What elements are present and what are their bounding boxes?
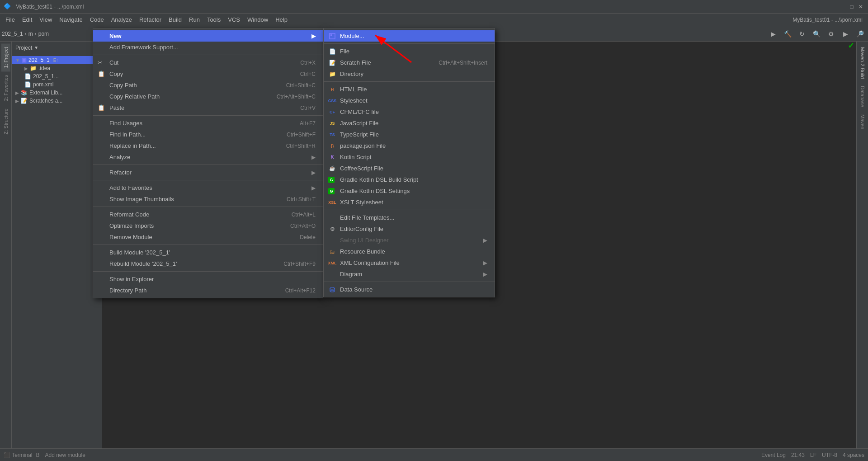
- sub-editorconfig[interactable]: ⚙ EditorConfig File: [324, 223, 495, 235]
- sub-module[interactable]: Module...: [324, 30, 495, 42]
- ctx-replace-in-path[interactable]: Replace in Path... Ctrl+Shift+R: [93, 140, 323, 151]
- menu-analyze[interactable]: Analyze: [108, 14, 136, 25]
- sub-directory[interactable]: 📁 Directory: [324, 68, 495, 80]
- sub-diagram[interactable]: Diagram ▶: [324, 268, 495, 280]
- ctx-copy[interactable]: 📋 Copy Ctrl+C: [93, 68, 323, 80]
- ctx-show-explorer[interactable]: Show in Explorer: [93, 273, 323, 285]
- editorconfig-icon: ⚙: [328, 225, 336, 233]
- tree-item-label: 202_5_1: [28, 57, 50, 63]
- encoding[interactable]: UTF-8: [822, 452, 837, 458]
- title-bar: 🔷 MyBatis_test01 - ...\pom.xml ─ □ ✕: [0, 0, 868, 14]
- ctx-separator-6: [93, 245, 323, 245]
- sub-coffeescript[interactable]: ☕ CoffeeScript File: [324, 163, 495, 174]
- build-button[interactable]: 🔨: [781, 28, 794, 40]
- chevron-down-icon[interactable]: ▼: [34, 45, 38, 50]
- tab-structure[interactable]: Z: Structure: [1, 105, 10, 138]
- ctx-add-favorites[interactable]: Add to Favorites ▶: [93, 182, 323, 193]
- sub-gradle-build[interactable]: G Gradle Kotlin DSL Build Script: [324, 174, 495, 185]
- menu-tools[interactable]: Tools: [203, 14, 224, 25]
- sub-xslt[interactable]: XSL XSLT Stylesheet: [324, 197, 495, 208]
- sub-package-json[interactable]: {} package.json File: [324, 140, 495, 151]
- sub-stylesheet[interactable]: CSS Stylesheet: [324, 95, 495, 106]
- magnify-button[interactable]: 🔎: [854, 28, 866, 40]
- run2-button[interactable]: ▶: [839, 28, 852, 40]
- ctx-directory-path[interactable]: Directory Path Ctrl+Alt+F12: [93, 285, 323, 296]
- tree-item-scratches[interactable]: ▶ 📝 Scratches a...: [12, 97, 102, 105]
- ctx-find-in-path[interactable]: Find in Path... Ctrl+Shift+F: [93, 129, 323, 140]
- indent[interactable]: 4 spaces: [843, 452, 864, 458]
- sub-xml-config[interactable]: XML XML Configuration File ▶: [324, 257, 495, 268]
- ctx-add-framework[interactable]: Add Framework Support...: [93, 42, 323, 53]
- ctx-analyze[interactable]: Analyze ▶: [93, 151, 323, 163]
- sub-scratch[interactable]: 📝 Scratch File Ctrl+Alt+Shift+Insert: [324, 57, 495, 68]
- cut-icon: ✂: [98, 59, 103, 66]
- menu-view[interactable]: View: [36, 14, 56, 25]
- sub-kotlin-script[interactable]: K Kotlin Script: [324, 151, 495, 163]
- tab-database[interactable]: Database: [858, 82, 867, 111]
- title-bar-controls[interactable]: ─ □ ✕: [839, 3, 864, 10]
- sub-gradle-settings[interactable]: G Gradle Kotlin DSL Settings: [324, 185, 495, 197]
- sub-typescript[interactable]: TS TypeScript File: [324, 129, 495, 140]
- ctx-reformat[interactable]: Reformat Code Ctrl+Alt+L: [93, 209, 323, 220]
- kotlin-icon: K: [328, 153, 336, 161]
- tree-item-external-libs[interactable]: ▶ 📚 External Lib...: [12, 89, 102, 97]
- event-log[interactable]: Event Log: [761, 452, 786, 458]
- ctx-copy-relative[interactable]: Copy Relative Path Ctrl+Alt+Shift+C: [93, 91, 323, 102]
- line-ending[interactable]: LF: [810, 452, 816, 458]
- ctx-show-thumbnails[interactable]: Show Image Thumbnails Ctrl+Shift+T: [93, 193, 323, 205]
- menu-file[interactable]: File: [2, 14, 19, 25]
- ctx-refactor[interactable]: Refactor ▶: [93, 167, 323, 178]
- maximize-button[interactable]: □: [848, 3, 855, 10]
- file-icon: 📄: [328, 47, 336, 56]
- menu-edit[interactable]: Edit: [19, 14, 36, 25]
- xml-arrow-icon: ▶: [483, 259, 487, 266]
- tree-item-file1[interactable]: 📄 202_5_1...: [12, 72, 102, 80]
- json-icon: {}: [328, 142, 336, 150]
- menu-vcs[interactable]: VCS: [224, 14, 244, 25]
- sub-cfml[interactable]: CF CFML/CFC file: [324, 106, 495, 118]
- title-bar-left: 🔷 MyBatis_test01 - ...\pom.xml: [4, 3, 84, 11]
- tree-item-idea[interactable]: ▶ 📁 .idea: [12, 64, 102, 72]
- ctx-build-module[interactable]: Build Module '202_5_1': [93, 247, 323, 258]
- menu-build[interactable]: Build: [165, 14, 185, 25]
- tab-favorites[interactable]: 2: Favorites: [1, 71, 10, 104]
- menu-code[interactable]: Code: [86, 14, 108, 25]
- sub-data-source[interactable]: Data Source: [324, 284, 495, 295]
- menu-run[interactable]: Run: [185, 14, 203, 25]
- close-button[interactable]: ✕: [857, 3, 864, 10]
- ctx-cut[interactable]: ✂ Cut Ctrl+X: [93, 57, 323, 68]
- sub-edit-templates[interactable]: Edit File Templates...: [324, 212, 495, 223]
- run-button[interactable]: ▶: [767, 28, 779, 40]
- ctx-paste[interactable]: 📋 Paste Ctrl+V: [93, 102, 323, 113]
- search-button[interactable]: 🔍: [810, 28, 823, 40]
- tree-item-pom[interactable]: 📄 pom.xml: [12, 80, 102, 89]
- build-tab[interactable]: B: [36, 452, 39, 458]
- right-sidebar-tabs: Maven-2 Build Database Maven: [856, 42, 868, 448]
- ts-icon: TS: [328, 131, 336, 139]
- menu-refactor[interactable]: Refactor: [136, 14, 165, 25]
- tab-maven2-build[interactable]: Maven-2 Build: [858, 43, 867, 82]
- settings-button[interactable]: ⚙: [825, 28, 837, 40]
- tab-project[interactable]: 1: Project: [1, 43, 10, 71]
- reload-button[interactable]: ↻: [796, 28, 808, 40]
- sub-javascript[interactable]: JS JavaScript File: [324, 118, 495, 129]
- sub-resource-bundle[interactable]: 🗂 Resource Bundle: [324, 246, 495, 257]
- menu-bar: File Edit View Navigate Code Analyze Ref…: [0, 14, 868, 26]
- menu-window[interactable]: Window: [244, 14, 272, 25]
- tree-item-label: Scratches a...: [29, 98, 62, 104]
- sub-file[interactable]: 📄 File: [324, 46, 495, 57]
- menu-help[interactable]: Help: [272, 14, 291, 25]
- ctx-optimize-imports[interactable]: Optimize Imports Ctrl+Alt+O: [93, 220, 323, 231]
- ctx-find-usages[interactable]: Find Usages Alt+F7: [93, 118, 323, 129]
- menu-navigate[interactable]: Navigate: [56, 14, 86, 25]
- ctx-new[interactable]: New ▶: [93, 30, 323, 42]
- minimize-button[interactable]: ─: [839, 3, 846, 10]
- ctx-copy-path[interactable]: Copy Path Ctrl+Shift+C: [93, 80, 323, 91]
- tab-maven[interactable]: Maven: [858, 111, 867, 133]
- ctx-separator-7: [93, 271, 323, 272]
- ctx-rebuild-module[interactable]: Rebuild Module '202_5_1' Ctrl+Shift+F9: [93, 258, 323, 269]
- terminal-button[interactable]: ⬛ Terminal: [4, 452, 32, 458]
- tree-item-202-5-1[interactable]: ▼ ▣ 202_5_1 E↑: [12, 56, 102, 64]
- ctx-remove-module[interactable]: Remove Module Delete: [93, 231, 323, 243]
- sub-html[interactable]: H HTML File: [324, 84, 495, 95]
